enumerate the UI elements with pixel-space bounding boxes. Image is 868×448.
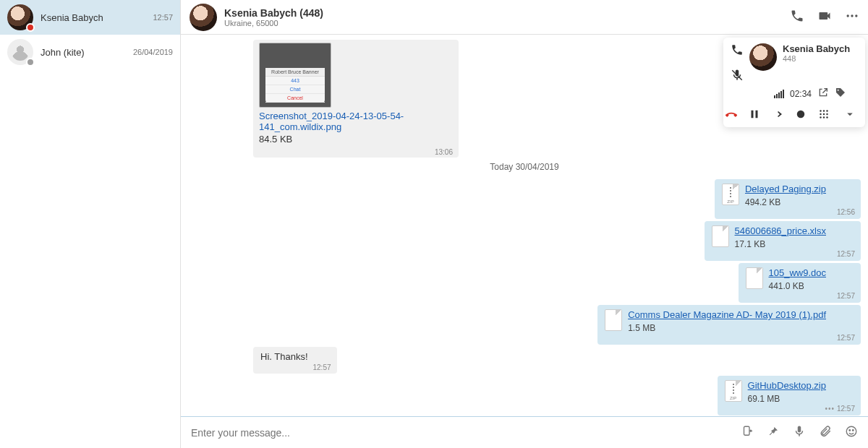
conversation-time: 26/04/2019 bbox=[133, 48, 173, 56]
message-time: 12:57 bbox=[312, 363, 331, 371]
pause-icon[interactable] bbox=[748, 108, 761, 123]
message-time: 12:57 bbox=[837, 334, 855, 342]
svg-point-1 bbox=[851, 14, 853, 17]
message-input[interactable] bbox=[191, 427, 741, 439]
message-time: 12:57 bbox=[837, 292, 855, 300]
dialpad-icon[interactable] bbox=[817, 108, 830, 123]
call-icon[interactable] bbox=[790, 9, 804, 25]
chat-subtitle: Ukraine, 65000 bbox=[224, 19, 790, 27]
svg-point-4 bbox=[838, 90, 839, 91]
attachment-thumbnail[interactable]: Robert Bruce Banner 443 Chat Cancel bbox=[259, 43, 331, 108]
video-icon[interactable] bbox=[817, 9, 832, 25]
svg-point-13 bbox=[826, 113, 827, 115]
message-text: Hi. Thanks! 12:57 bbox=[253, 347, 337, 374]
phone-icon bbox=[731, 43, 744, 59]
file-icon bbox=[746, 267, 763, 289]
emoji-icon[interactable] bbox=[845, 425, 858, 440]
svg-point-2 bbox=[855, 14, 857, 17]
call-duration: 02:34 bbox=[790, 89, 812, 99]
avatar bbox=[190, 4, 217, 31]
svg-point-8 bbox=[820, 110, 821, 111]
svg-point-16 bbox=[826, 116, 827, 118]
chat-header: Ksenia Babych (448) Ukraine, 65000 bbox=[181, 0, 868, 35]
popout-icon[interactable] bbox=[817, 87, 829, 100]
message-attachment: Robert Bruce Banner 443 Chat Cancel Scre… bbox=[253, 40, 459, 158]
attachment-filename[interactable]: Screenshot_2019-04-24-13-05-54-141_com.w… bbox=[259, 111, 453, 132]
svg-point-14 bbox=[820, 116, 821, 118]
attachment-size: 1.5 MB bbox=[628, 323, 826, 333]
transfer-icon[interactable] bbox=[771, 108, 784, 123]
record-icon[interactable] bbox=[794, 108, 807, 123]
attachment-filename[interactable]: 546006686_price.xlsx bbox=[735, 225, 826, 236]
message-attachment: 105_ww9.doc 441.0 KB 12:57 bbox=[739, 263, 861, 303]
conversation-time: 12:57 bbox=[153, 13, 173, 22]
conversation-name: Ksenia Babych bbox=[41, 12, 103, 23]
conversation-name: John (kite) bbox=[41, 47, 85, 58]
svg-point-20 bbox=[853, 430, 854, 431]
message-time: 13:06 bbox=[435, 148, 453, 156]
chat-title: Ksenia Babych (448) bbox=[224, 7, 790, 19]
svg-rect-17 bbox=[744, 426, 750, 435]
active-call-card: Ksenia Babych 448 02:34 bbox=[723, 38, 865, 127]
svg-point-15 bbox=[823, 116, 825, 118]
svg-point-19 bbox=[849, 430, 851, 431]
more-icon[interactable] bbox=[845, 9, 859, 25]
day-separator: Today 30/04/2019 bbox=[181, 162, 868, 172]
svg-point-12 bbox=[823, 113, 825, 115]
file-icon: ZIP bbox=[725, 380, 742, 402]
signal-icon bbox=[774, 90, 784, 98]
avatar bbox=[7, 4, 33, 30]
message-attachment: Comms Dealer Magazine AD- May 2019 (1).p… bbox=[597, 305, 861, 345]
chat-main: Ksenia Babych (448) Ukraine, 65000 Kseni… bbox=[181, 0, 868, 448]
svg-point-9 bbox=[823, 110, 825, 111]
svg-rect-5 bbox=[752, 111, 754, 119]
more-icon[interactable]: ••• bbox=[825, 405, 835, 413]
preview-row: Cancel bbox=[265, 94, 325, 103]
tag-icon[interactable] bbox=[835, 87, 846, 100]
chevron-down-icon[interactable] bbox=[843, 108, 856, 123]
pin-icon[interactable] bbox=[767, 425, 780, 440]
attachment-filename[interactable]: Comms Dealer Magazine AD- May 2019 (1).p… bbox=[628, 309, 826, 320]
svg-point-7 bbox=[797, 111, 805, 119]
status-dot bbox=[26, 23, 35, 32]
avatar bbox=[749, 43, 777, 71]
microphone-icon[interactable] bbox=[793, 425, 806, 440]
message-composer bbox=[181, 416, 868, 448]
attachment-size: 17.1 KB bbox=[735, 239, 826, 249]
attach-icon[interactable] bbox=[819, 425, 832, 440]
message-attachment: ZIP GitHubDesktop.zip 69.1 MB ••• 12:57 bbox=[718, 376, 861, 415]
preview-row: 443 bbox=[265, 77, 325, 85]
mute-icon[interactable] bbox=[731, 69, 744, 84]
message-time: 12:57 bbox=[837, 405, 855, 413]
attachment-filename[interactable]: 105_ww9.doc bbox=[769, 267, 827, 278]
message-attachment: 546006686_price.xlsx 17.1 KB 12:57 bbox=[705, 221, 861, 261]
call-name: Ksenia Babych bbox=[783, 43, 850, 54]
svg-rect-6 bbox=[756, 111, 758, 119]
svg-point-0 bbox=[847, 14, 849, 17]
status-dot bbox=[26, 58, 35, 66]
file-icon: ZIP bbox=[722, 184, 739, 205]
file-icon bbox=[605, 309, 622, 331]
svg-point-10 bbox=[826, 110, 827, 111]
message-time: 12:57 bbox=[837, 250, 855, 258]
svg-point-11 bbox=[820, 113, 821, 115]
preview-row: Chat bbox=[265, 85, 325, 94]
file-icon bbox=[712, 225, 729, 247]
send-file-icon[interactable] bbox=[741, 425, 754, 440]
conversation-item[interactable]: Ksenia Babych 12:57 bbox=[0, 0, 180, 35]
attachment-size: 69.1 MB bbox=[748, 394, 826, 404]
conversation-item[interactable]: John (kite) 26/04/2019 bbox=[0, 35, 180, 69]
attachment-size: 494.2 KB bbox=[745, 197, 826, 207]
message-attachment: ZIP Delayed Paging.zip 494.2 KB 12:56 bbox=[715, 179, 861, 219]
conversation-list: Ksenia Babych 12:57 John (kite) 26/04/20… bbox=[0, 0, 181, 448]
message-body: Hi. Thanks! bbox=[260, 351, 308, 362]
call-extension: 448 bbox=[783, 54, 850, 63]
message-time: 12:56 bbox=[837, 208, 855, 216]
attachment-size: 441.0 KB bbox=[769, 281, 827, 291]
attachment-filename[interactable]: Delayed Paging.zip bbox=[745, 184, 826, 194]
hangup-icon[interactable] bbox=[725, 108, 738, 123]
avatar bbox=[7, 39, 33, 65]
svg-point-18 bbox=[846, 426, 856, 436]
preview-header: Robert Bruce Banner bbox=[265, 68, 325, 77]
attachment-filename[interactable]: GitHubDesktop.zip bbox=[748, 380, 826, 391]
